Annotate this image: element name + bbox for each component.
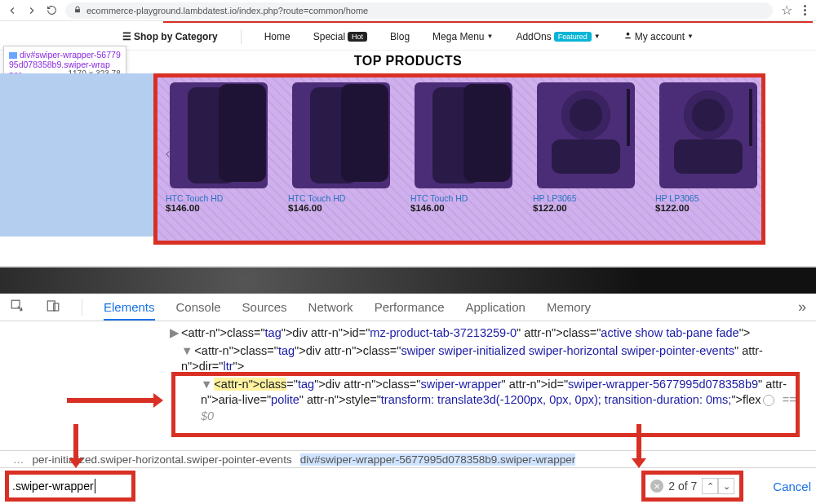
product-cards-row: HTC Touch HD$146.00HTC Touch HD$146.00HT… bbox=[157, 77, 761, 241]
tab-memory[interactable]: Memory bbox=[547, 300, 591, 314]
nav-my-account-label: My account bbox=[635, 31, 685, 42]
annotation-arrow bbox=[636, 424, 641, 460]
tooltip-line: div#swiper-wrapper-56779 bbox=[20, 50, 121, 60]
shop-by-category-label: Shop by Category bbox=[134, 31, 218, 42]
camera-image bbox=[659, 82, 757, 188]
crumb-ellipsis[interactable]: … bbox=[13, 453, 24, 466]
tab-performance[interactable]: Performance bbox=[375, 300, 445, 314]
bookmark-icon[interactable]: ☆ bbox=[781, 2, 792, 18]
flex-icon bbox=[9, 52, 17, 59]
find-prev-button[interactable]: ⌃ bbox=[702, 478, 718, 494]
nav-addons[interactable]: AddOns Featured ▼ bbox=[516, 31, 600, 42]
browser-menu-icon[interactable] bbox=[800, 5, 809, 15]
breadcrumb[interactable]: … per-initialized.swiper-horizontal.swip… bbox=[0, 450, 816, 468]
find-next-button[interactable]: ⌄ bbox=[718, 478, 734, 494]
crumb-selected[interactable]: div#swiper-wrapper-5677995d078358b9.swip… bbox=[300, 453, 576, 466]
product-card[interactable]: HTC Touch HD$146.00 bbox=[402, 77, 525, 241]
chevron-down-icon: ▼ bbox=[687, 33, 694, 40]
find-cancel-button[interactable]: Cancel bbox=[773, 480, 811, 493]
phone-image bbox=[170, 82, 268, 188]
product-price: $122.00 bbox=[533, 203, 639, 213]
find-input[interactable]: .swiper-wrapper bbox=[5, 471, 135, 502]
person-icon bbox=[623, 31, 632, 42]
find-nav: ⌃ ⌄ bbox=[702, 478, 734, 494]
annotation-box bbox=[171, 372, 800, 437]
nav-special-label: Special bbox=[313, 31, 345, 42]
phone-image bbox=[415, 82, 512, 188]
svg-point-0 bbox=[626, 32, 629, 35]
chevron-down-icon: ▼ bbox=[594, 33, 601, 40]
find-results: ✕ 2 of 7 ⌃ ⌄ bbox=[641, 471, 743, 502]
product-name: HP LP3065 bbox=[655, 193, 761, 203]
browser-chrome: ecommerce-playground.lambdatest.io/index… bbox=[0, 0, 816, 21]
back-button[interactable] bbox=[7, 5, 18, 16]
lock-icon bbox=[73, 6, 82, 15]
address-bar[interactable]: ecommerce-playground.lambdatest.io/index… bbox=[65, 2, 773, 19]
page-behind-devtools bbox=[0, 267, 816, 294]
find-result-count: 2 of 7 bbox=[668, 480, 697, 493]
text-cursor bbox=[95, 479, 95, 493]
tab-application[interactable]: Application bbox=[466, 300, 526, 314]
product-card[interactable]: HTC Touch HD$146.00 bbox=[280, 77, 402, 241]
forward-button[interactable] bbox=[26, 5, 38, 16]
dom-node[interactable]: ▼<attr-n">class="tag">div attr-n">class=… bbox=[170, 343, 816, 376]
featured-badge: Featured bbox=[554, 32, 592, 42]
product-price: $146.00 bbox=[410, 203, 517, 213]
devtools-find-bar: .swiper-wrapper ✕ 2 of 7 ⌃ ⌄ Cancel bbox=[0, 468, 816, 504]
highlighted-swiper-wrapper: HTC Touch HD$146.00HTC Touch HD$146.00HT… bbox=[153, 73, 765, 245]
tabs-overflow-icon[interactable]: » bbox=[798, 298, 806, 316]
find-input-value: .swiper-wrapper bbox=[12, 480, 94, 493]
devtools-tabbar: Elements Console Sources Network Perform… bbox=[0, 294, 816, 321]
devtools-panel: Elements Console Sources Network Perform… bbox=[0, 266, 816, 504]
product-name: HTC Touch HD bbox=[410, 193, 517, 203]
product-name: HTC Touch HD bbox=[288, 193, 394, 203]
highlighted-offscreen-area bbox=[0, 73, 153, 237]
inspect-element-icon[interactable] bbox=[10, 298, 24, 316]
shop-by-category[interactable]: ☰ Shop by Category bbox=[122, 31, 218, 42]
nav-special[interactable]: Special Hot bbox=[313, 31, 367, 42]
tab-separator bbox=[82, 299, 82, 316]
phone-image bbox=[292, 82, 390, 188]
product-price: $122.00 bbox=[655, 203, 761, 213]
tab-sources[interactable]: Sources bbox=[242, 300, 287, 314]
nav-mega-menu-label: Mega Menu bbox=[432, 31, 484, 42]
device-toolbar-icon[interactable] bbox=[46, 298, 60, 316]
product-name: HP LP3065 bbox=[533, 193, 639, 203]
nav-blog[interactable]: Blog bbox=[390, 31, 410, 42]
hamburger-icon: ☰ bbox=[122, 31, 131, 42]
tab-network[interactable]: Network bbox=[308, 300, 353, 314]
product-card[interactable]: HTC Touch HD$146.00 bbox=[157, 77, 280, 241]
product-card[interactable]: HP LP3065$122.00 bbox=[525, 77, 647, 241]
product-name: HTC Touch HD bbox=[166, 193, 272, 203]
nav-addons-label: AddOns bbox=[516, 31, 551, 42]
product-price: $146.00 bbox=[288, 203, 394, 213]
product-price: $146.00 bbox=[166, 203, 272, 213]
annotation-arrow bbox=[67, 398, 155, 403]
tooltip-line: 95d078358b9.swiper-wrap bbox=[9, 60, 110, 69]
nav-separator bbox=[241, 29, 242, 44]
dom-tree[interactable]: ▶<attr-n">class="tag">div attr-n">id="mz… bbox=[0, 321, 816, 425]
product-card[interactable]: HP LP3065$122.00 bbox=[647, 77, 769, 241]
url-text: ecommerce-playground.lambdatest.io/index… bbox=[86, 6, 368, 15]
nav-mega-menu[interactable]: Mega Menu▼ bbox=[432, 31, 493, 42]
chevron-down-icon: ▼ bbox=[486, 33, 493, 40]
camera-image bbox=[537, 82, 635, 188]
nav-my-account[interactable]: My account▼ bbox=[623, 31, 694, 42]
reload-button[interactable] bbox=[46, 5, 57, 16]
hot-badge: Hot bbox=[348, 32, 367, 42]
nav-home[interactable]: Home bbox=[264, 31, 290, 42]
dom-node[interactable]: ▶<attr-n">class="tag">div attr-n">id="mz… bbox=[158, 325, 816, 343]
clear-search-icon[interactable]: ✕ bbox=[650, 480, 663, 493]
annotation-arrow bbox=[73, 424, 78, 460]
tab-elements[interactable]: Elements bbox=[104, 300, 155, 321]
tab-console[interactable]: Console bbox=[176, 300, 221, 314]
